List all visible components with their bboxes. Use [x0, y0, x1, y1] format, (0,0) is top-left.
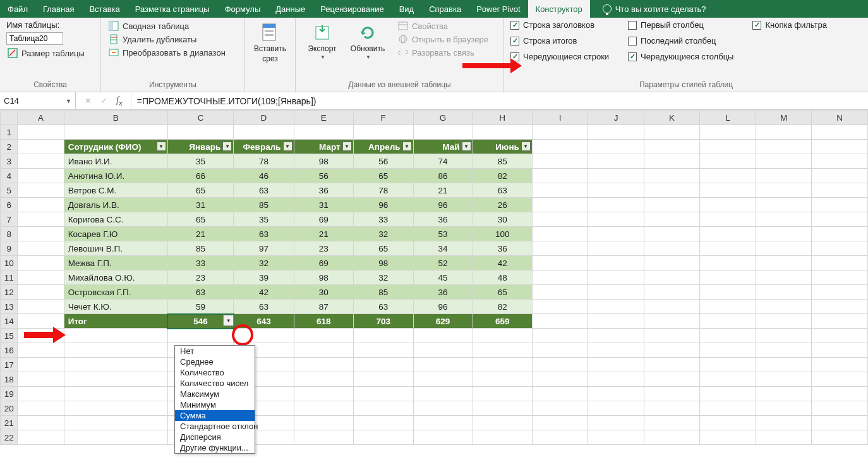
- table-cell[interactable]: 63: [234, 183, 294, 198]
- column-header-K[interactable]: K: [644, 111, 700, 125]
- column-header-I[interactable]: I: [532, 111, 588, 125]
- table-cell[interactable]: 74: [413, 154, 473, 169]
- row-header-8[interactable]: 8: [1, 227, 18, 241]
- table-cell[interactable]: 63: [234, 227, 294, 241]
- tab-pagelayout[interactable]: Разметка страницы: [128, 0, 217, 18]
- table-name-input[interactable]: [6, 32, 63, 45]
- table-cell[interactable]: 96: [353, 198, 413, 212]
- table-cell[interactable]: 33: [167, 256, 233, 270]
- table-header-5[interactable]: Май▾: [413, 140, 473, 154]
- tab-home[interactable]: Главная: [35, 0, 81, 18]
- table-cell[interactable]: 33: [353, 212, 413, 227]
- table-cell[interactable]: 45: [413, 270, 473, 285]
- row-header-14[interactable]: 14: [1, 314, 18, 329]
- total-cell[interactable]: 546▼: [167, 314, 233, 329]
- tell-me[interactable]: Что вы хотите сделать?: [603, 0, 706, 18]
- row-header-22[interactable]: 22: [1, 430, 18, 445]
- table-cell[interactable]: 69: [294, 212, 353, 227]
- filter-button-icon[interactable]: ▾: [342, 142, 352, 151]
- table-cell-name[interactable]: Анютина Ю.И.: [64, 169, 167, 183]
- table-cell-name[interactable]: Косарев Г.Ю: [64, 227, 167, 241]
- table-cell[interactable]: 98: [353, 256, 413, 270]
- total-cell[interactable]: 703: [353, 314, 413, 329]
- table-cell[interactable]: 82: [473, 300, 532, 314]
- chk-header-row[interactable]: Строка заголовков: [510, 20, 609, 30]
- row-header-2[interactable]: 2: [1, 140, 18, 154]
- table-cell-name[interactable]: Левошич В.П.: [64, 241, 167, 256]
- fx-icon[interactable]: fx: [116, 95, 123, 107]
- filter-button-icon[interactable]: ▾: [283, 142, 292, 151]
- column-header-M[interactable]: M: [756, 111, 812, 125]
- table-cell[interactable]: 100: [473, 227, 532, 241]
- enter-icon[interactable]: ✓: [100, 96, 107, 106]
- table-cell[interactable]: 65: [167, 212, 233, 227]
- row-header-12[interactable]: 12: [1, 285, 18, 300]
- table-cell[interactable]: 87: [294, 300, 353, 314]
- table-header-4[interactable]: Апрель▾: [353, 140, 413, 154]
- row-header-4[interactable]: 4: [1, 169, 18, 183]
- table-header-2[interactable]: Февраль▾: [234, 140, 294, 154]
- table-cell[interactable]: 35: [167, 154, 233, 169]
- total-cell[interactable]: 618: [294, 314, 353, 329]
- table-cell[interactable]: 82: [473, 169, 532, 183]
- dropdown-item[interactable]: Количество: [175, 367, 255, 378]
- total-label-cell[interactable]: Итог: [64, 314, 167, 329]
- chk-first-column[interactable]: Первый столбец: [628, 20, 733, 30]
- table-cell[interactable]: 32: [353, 270, 413, 285]
- table-cell[interactable]: 36: [413, 285, 473, 300]
- chk-banded-rows[interactable]: Чередующиеся строки: [510, 52, 609, 61]
- table-cell[interactable]: 30: [473, 212, 532, 227]
- table-cell[interactable]: 26: [473, 198, 532, 212]
- table-cell-name[interactable]: Островская Г.П.: [64, 285, 167, 300]
- resize-table-button[interactable]: Размер таблицы: [6, 47, 86, 59]
- tab-file[interactable]: Файл: [0, 0, 35, 18]
- table-cell[interactable]: 85: [167, 241, 233, 256]
- column-header-G[interactable]: G: [413, 111, 473, 125]
- table-cell[interactable]: 23: [167, 270, 233, 285]
- column-header-F[interactable]: F: [353, 111, 413, 125]
- row-header-19[interactable]: 19: [1, 387, 18, 401]
- table-cell-name[interactable]: Коригова С.С.: [64, 212, 167, 227]
- table-header-3[interactable]: Март▾: [294, 140, 353, 154]
- table-cell[interactable]: 85: [473, 154, 532, 169]
- table-cell[interactable]: 63: [473, 183, 532, 198]
- chevron-down-icon[interactable]: ▼: [66, 98, 71, 104]
- table-cell[interactable]: 32: [234, 256, 294, 270]
- table-cell[interactable]: 30: [294, 285, 353, 300]
- table-cell[interactable]: 36: [473, 241, 532, 256]
- pivot-table-button[interactable]: Сводная таблица: [107, 20, 227, 32]
- dropdown-item[interactable]: Нет: [175, 346, 255, 356]
- table-cell[interactable]: 35: [234, 212, 294, 227]
- row-header-9[interactable]: 9: [1, 241, 18, 256]
- row-header-11[interactable]: 11: [1, 270, 18, 285]
- table-cell[interactable]: 78: [234, 154, 294, 169]
- refresh-button[interactable]: Обновить▼: [347, 20, 388, 60]
- table-cell[interactable]: 86: [413, 169, 473, 183]
- column-header-D[interactable]: D: [234, 111, 294, 125]
- tab-view[interactable]: Вид: [392, 0, 422, 18]
- row-header-6[interactable]: 6: [1, 198, 18, 212]
- row-header-13[interactable]: 13: [1, 300, 18, 314]
- table-cell[interactable]: 97: [234, 241, 294, 256]
- table-cell[interactable]: 21: [413, 183, 473, 198]
- row-header-18[interactable]: 18: [1, 372, 18, 387]
- column-header-C[interactable]: C: [167, 111, 233, 125]
- row-header-3[interactable]: 3: [1, 154, 18, 169]
- tab-design[interactable]: Конструктор: [528, 0, 590, 18]
- tab-help[interactable]: Справка: [421, 0, 469, 18]
- tab-insert[interactable]: Вставка: [81, 0, 127, 18]
- total-cell[interactable]: 643: [234, 314, 294, 329]
- dropdown-item[interactable]: Другие функции...: [175, 442, 255, 453]
- totals-function-dropdown[interactable]: НетСреднееКоличествоКоличество чиселМакс…: [174, 345, 255, 454]
- tab-review[interactable]: Рецензирование: [313, 0, 391, 18]
- totals-dropdown-button[interactable]: ▼: [223, 315, 234, 326]
- table-cell[interactable]: 85: [353, 285, 413, 300]
- column-header-B[interactable]: B: [64, 111, 167, 125]
- chk-banded-columns[interactable]: Чередующиеся столбцы: [628, 52, 733, 61]
- filter-button-icon[interactable]: ▾: [402, 142, 412, 151]
- table-cell[interactable]: 48: [473, 270, 532, 285]
- row-header-16[interactable]: 16: [1, 343, 18, 358]
- remove-duplicates-button[interactable]: Удалить дубликаты: [107, 33, 227, 45]
- table-cell[interactable]: 32: [353, 227, 413, 241]
- row-header-1[interactable]: 1: [1, 125, 18, 140]
